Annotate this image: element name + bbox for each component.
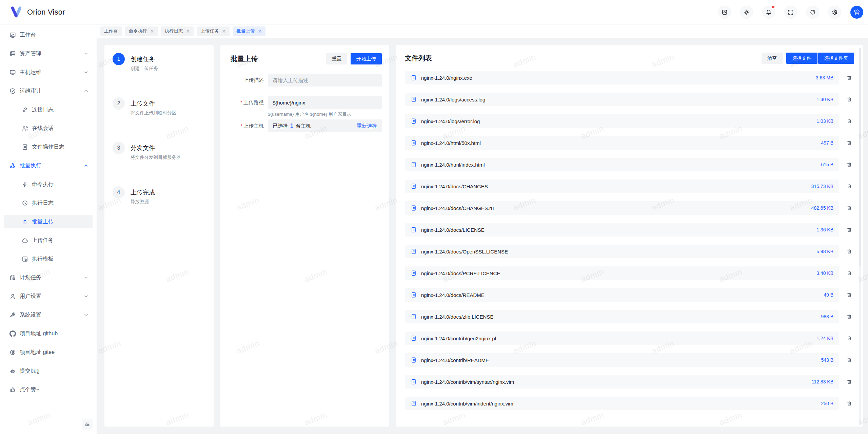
step-description: 释放资源: [131, 199, 155, 205]
delete-file-button[interactable]: [845, 290, 854, 300]
tab-5[interactable]: 批量上传: [233, 26, 265, 36]
delete-file-button[interactable]: [845, 355, 854, 365]
tab-4[interactable]: 上传任务: [197, 26, 230, 36]
delete-file-button[interactable]: [845, 225, 854, 234]
sidebar-item-cloud[interactable]: 上传任务: [4, 233, 93, 247]
delete-file-button[interactable]: [845, 247, 854, 256]
delete-file-button[interactable]: [845, 138, 854, 148]
refresh-icon: [810, 9, 816, 15]
file-row[interactable]: nginx-1.24.0/nginx.exe 3.63 MB: [405, 71, 839, 84]
theme-toggle-button[interactable]: [740, 6, 753, 19]
file-document-icon: [411, 96, 417, 102]
tab-close-icon[interactable]: [222, 30, 226, 33]
file-name: nginx-1.24.0/contrib/README: [421, 357, 489, 363]
delete-file-button[interactable]: [845, 95, 854, 104]
file-list-scrollbar-thumb[interactable]: [859, 48, 861, 266]
file-list-item: nginx-1.24.0/contrib/vim/syntax/nginx.vi…: [405, 375, 854, 389]
sidebar-item-host[interactable]: 主机运维: [4, 65, 93, 79]
delete-file-button[interactable]: [845, 160, 854, 169]
sidebar-item-dashboard[interactable]: 工作台: [4, 28, 93, 42]
sidebar-item-schedule[interactable]: 计划任务: [4, 271, 93, 284]
sidebar-item-wrench[interactable]: 系统设置: [4, 308, 93, 322]
select-files-button[interactable]: 选择文件: [786, 53, 817, 64]
file-document-icon: [411, 162, 417, 168]
sidebar-item-upload[interactable]: 批量上传: [4, 215, 93, 228]
sidebar-item-bolt[interactable]: 命令执行: [4, 177, 93, 191]
file-row[interactable]: nginx-1.24.0/logs/access.log 1.30 KB: [405, 93, 839, 106]
file-row[interactable]: nginx-1.24.0/docs/README 49 B: [405, 288, 839, 302]
delete-file-button[interactable]: [845, 73, 854, 82]
refresh-button[interactable]: [806, 6, 819, 19]
file-list-item: nginx-1.24.0/contrib/geo2nginx.pl 1.24 K…: [405, 332, 854, 345]
file-name: nginx-1.24.0/logs/access.log: [421, 97, 485, 102]
file-row[interactable]: nginx-1.24.0/docs/CHANGES.ru 482.65 KB: [405, 201, 839, 215]
file-row[interactable]: nginx-1.24.0/contrib/vim/indent/nginx.vi…: [405, 397, 839, 410]
sidebar-item-audit[interactable]: 运维审计: [4, 84, 93, 98]
sidebar-item-github[interactable]: 项目地址 github: [4, 327, 93, 340]
file-name: nginx-1.24.0/docs/README: [421, 292, 485, 298]
file-row[interactable]: nginx-1.24.0/docs/PCRE.LICENCE 3.40 KB: [405, 266, 839, 280]
file-row[interactable]: nginx-1.24.0/contrib/geo2nginx.pl 1.24 K…: [405, 332, 839, 345]
sidebar-item-batch[interactable]: 批量执行: [4, 159, 93, 172]
sidebar-item-template[interactable]: 执行模板: [4, 252, 93, 266]
sidebar-item-filelog[interactable]: 文件操作日志: [4, 140, 93, 154]
delete-file-button[interactable]: [845, 377, 854, 386]
delete-file-button[interactable]: [845, 182, 854, 191]
tab-close-icon[interactable]: [150, 30, 154, 33]
delete-file-button[interactable]: [845, 268, 854, 278]
tab-close-icon[interactable]: [186, 30, 190, 33]
tab-close-icon[interactable]: [258, 30, 262, 33]
step-number: 2: [113, 97, 125, 110]
chevron-down-icon: [84, 275, 88, 280]
reselect-hosts-link[interactable]: 重新选择: [357, 123, 377, 129]
file-list-item: nginx-1.24.0/docs/README 49 B: [405, 288, 854, 302]
delete-file-button[interactable]: [845, 399, 854, 408]
upload-desc-input[interactable]: [268, 74, 382, 87]
upload-hosts-row: *上传主机 已选择 1 台主机 重新选择: [231, 119, 382, 132]
sidebar-item-user[interactable]: 用户设置: [4, 289, 93, 303]
delete-file-button[interactable]: [845, 203, 854, 213]
file-row[interactable]: nginx-1.24.0/contrib/README 543 B: [405, 353, 839, 367]
file-row[interactable]: nginx-1.24.0/html/index.html 615 B: [405, 158, 839, 171]
step-item: 2 上传文件 将文件上传到临时分区: [113, 97, 205, 142]
file-row[interactable]: nginx-1.24.0/docs/LICENSE 1.36 KB: [405, 223, 839, 237]
delete-file-button[interactable]: [845, 116, 854, 126]
notifications-button[interactable]: [762, 6, 775, 19]
step-connector: [119, 157, 119, 184]
tab-1[interactable]: 工作台: [100, 26, 122, 36]
sidebar-item-gitee[interactable]: 项目地址 gitee: [4, 345, 93, 359]
delete-file-button[interactable]: [845, 312, 854, 321]
tab-3[interactable]: 执行日志: [161, 26, 194, 36]
sidebar-collapse-button[interactable]: [82, 419, 93, 430]
file-row[interactable]: nginx-1.24.0/contrib/vim/syntax/nginx.vi…: [405, 375, 839, 389]
sidebar-item-thumb[interactable]: 点个赞~: [4, 383, 93, 396]
file-list-scrollbar[interactable]: [859, 48, 861, 424]
settings-button[interactable]: [828, 6, 841, 19]
file-row[interactable]: nginx-1.24.0/docs/zlib.LICENSE 983 B: [405, 310, 839, 323]
code-panel-button[interactable]: [718, 6, 731, 19]
brand[interactable]: Orion Visor: [10, 6, 65, 18]
clear-files-button[interactable]: 清空: [762, 53, 783, 64]
sidebar-item-bug[interactable]: 提交bug: [4, 364, 93, 378]
sidebar-item-assets[interactable]: 资产管理: [4, 47, 93, 60]
sidebar-item-history[interactable]: 执行日志: [4, 196, 93, 210]
upload-path-input[interactable]: [268, 96, 382, 109]
fullscreen-button[interactable]: [784, 6, 797, 19]
sidebar-item-sessions[interactable]: 在线会话: [4, 121, 93, 135]
tab-2[interactable]: 命令执行: [125, 26, 158, 36]
file-row[interactable]: nginx-1.24.0/docs/OpenSSL.LICENSE 5.98 K…: [405, 245, 839, 258]
file-row[interactable]: nginx-1.24.0/docs/CHANGES 315.73 KB: [405, 180, 839, 193]
delete-file-button[interactable]: [845, 334, 854, 343]
user-avatar[interactable]: 管: [850, 6, 863, 19]
sidebar-item-label: 执行模板: [32, 256, 91, 263]
sidebar-item-link[interactable]: 连接日志: [4, 103, 93, 116]
sidebar-item-label: 项目地址 gitee: [20, 349, 91, 356]
file-size: 5.98 KB: [810, 249, 833, 254]
reset-button[interactable]: 重置: [326, 53, 347, 64]
start-upload-button[interactable]: 开始上传: [351, 53, 382, 64]
file-row[interactable]: nginx-1.24.0/html/50x.html 497 B: [405, 136, 839, 150]
file-document-icon: [411, 75, 417, 81]
file-row[interactable]: nginx-1.24.0/logs/error.log 1.03 KB: [405, 114, 839, 128]
select-folder-button[interactable]: 选择文件夹: [818, 53, 854, 64]
upload-path-row: *上传路径: [231, 96, 382, 109]
